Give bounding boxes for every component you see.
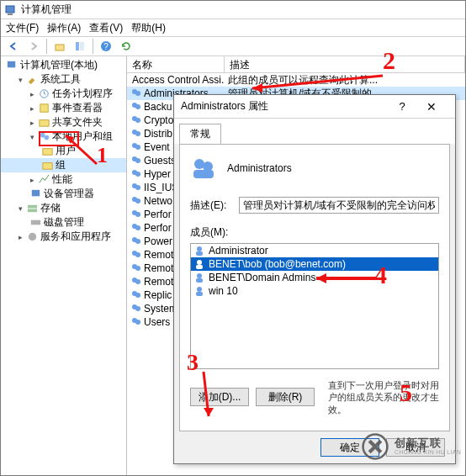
svg-rect-68 [196, 292, 203, 296]
menubar: 文件(F) 操作(A) 查看(V) 帮助(H) [1, 19, 465, 36]
svg-point-53 [135, 293, 140, 298]
watermark-logo-icon [361, 432, 389, 461]
svg-point-23 [135, 91, 140, 96]
list-header: 名称 描述 [127, 56, 465, 73]
svg-point-29 [135, 131, 140, 136]
properties-dialog: Administrators 属性 ? ✕ 常规 Administrators … [173, 94, 456, 464]
list-row[interactable]: Access Control Assi...此组的成员可以远程查询此计算... [127, 73, 465, 87]
svg-point-41 [135, 212, 140, 217]
refresh-button[interactable] [117, 38, 135, 55]
dialog-title: Administrators 属性 [181, 99, 268, 114]
svg-point-45 [135, 239, 140, 244]
svg-point-31 [135, 145, 140, 150]
dialog-help-button[interactable]: ? [389, 100, 415, 113]
svg-rect-66 [196, 278, 203, 283]
description-field[interactable] [239, 197, 439, 214]
svg-rect-60 [193, 170, 214, 178]
forward-button[interactable] [24, 38, 43, 55]
member-row[interactable]: BENET\bob (bob@benet.com) [191, 257, 438, 271]
up-button[interactable] [50, 38, 69, 55]
svg-text:?: ? [103, 42, 109, 51]
svg-point-35 [135, 172, 140, 177]
membership-hint: 直到下一次用户登录时对用户的组成员关系的更改才生效。 [328, 379, 439, 415]
tree-disk-management[interactable]: 磁盘管理 [1, 215, 126, 230]
group-icon [190, 155, 217, 182]
tree-pane: 计算机管理(本地) ▾系统工具 ▸任务计划程序 ▸事件查看器 ▸共享文件夹 ▾本… [1, 56, 127, 475]
svg-rect-9 [40, 104, 48, 112]
watermark-en: CHUANG XIN HU LIAN [395, 449, 461, 456]
col-desc[interactable]: 描述 [225, 56, 465, 72]
toolbar: ? [1, 36, 465, 56]
members-label: 成员(M): [190, 225, 439, 240]
svg-point-57 [135, 320, 140, 325]
svg-rect-7 [8, 61, 15, 68]
svg-rect-4 [80, 42, 84, 50]
remove-button[interactable]: 删除(R) [256, 388, 315, 406]
col-name[interactable]: 名称 [127, 56, 225, 72]
close-icon[interactable]: ✕ [415, 100, 448, 114]
svg-point-39 [135, 198, 140, 204]
member-row[interactable]: win 10 [191, 284, 438, 298]
svg-point-43 [135, 225, 140, 230]
show-hide-button[interactable] [71, 38, 89, 55]
svg-point-65 [197, 273, 202, 278]
svg-rect-14 [43, 163, 52, 170]
group-name: Administrators [227, 162, 292, 174]
svg-rect-2 [56, 45, 64, 50]
svg-point-49 [135, 266, 140, 271]
tree-system-tools[interactable]: ▾系统工具 [1, 72, 126, 87]
svg-point-27 [135, 118, 140, 123]
members-listbox[interactable]: AdministratorBENET\bob (bob@benet.com)BE… [190, 243, 439, 369]
svg-rect-10 [40, 120, 49, 127]
svg-point-19 [29, 233, 36, 241]
desc-label: 描述(E): [190, 198, 232, 213]
svg-rect-3 [76, 42, 79, 50]
svg-rect-16 [28, 205, 37, 209]
help-button[interactable]: ? [97, 38, 115, 55]
member-row[interactable]: Administrator [191, 244, 438, 257]
tree-root[interactable]: 计算机管理(本地) [1, 58, 126, 72]
svg-point-25 [135, 104, 140, 109]
dialog-titlebar: Administrators 属性 ? ✕ [174, 95, 455, 119]
titlebar: 计算机管理 [1, 1, 465, 19]
add-button[interactable]: 添加(D)... [190, 388, 249, 406]
watermark-cn: 创新互联 [395, 437, 461, 449]
svg-point-11 [40, 133, 45, 138]
menu-help[interactable]: 帮助(H) [131, 21, 166, 35]
menu-action[interactable]: 操作(A) [47, 21, 81, 35]
app-icon [4, 3, 18, 17]
tree-groups[interactable]: 组 [1, 158, 126, 172]
svg-point-12 [45, 135, 50, 140]
svg-rect-64 [196, 265, 203, 269]
svg-point-51 [135, 279, 140, 284]
svg-rect-18 [31, 220, 40, 225]
tree-task-scheduler[interactable]: ▸任务计划程序 [1, 87, 126, 101]
tree-users[interactable]: 用户 [1, 144, 126, 158]
svg-rect-17 [28, 209, 37, 212]
tree-event-viewer[interactable]: ▸事件查看器 [1, 101, 126, 115]
window-title: 计算机管理 [21, 3, 71, 17]
svg-rect-1 [8, 13, 13, 15]
menu-view[interactable]: 查看(V) [89, 21, 123, 35]
watermark: 创新互联 CHUANG XIN HU LIAN [361, 432, 461, 461]
tree-performance[interactable]: ▸性能 [1, 172, 126, 187]
svg-rect-0 [6, 6, 14, 13]
svg-point-63 [197, 260, 202, 265]
tabstrip: 常规 [174, 119, 455, 144]
svg-point-67 [197, 287, 202, 292]
member-row[interactable]: BENET\Domain Admins [191, 271, 438, 284]
tree-device-manager[interactable]: 设备管理器 [1, 187, 126, 201]
svg-point-33 [135, 158, 140, 163]
tree-local-users-groups[interactable]: ▾本地用户和组 [1, 130, 126, 144]
svg-point-47 [135, 252, 140, 257]
menu-file[interactable]: 文件(F) [6, 21, 39, 35]
svg-rect-13 [43, 149, 52, 156]
svg-rect-62 [196, 251, 203, 256]
tree-storage[interactable]: ▾存储 [1, 201, 126, 215]
svg-point-55 [135, 306, 140, 311]
tree-shared-folders[interactable]: ▸共享文件夹 [1, 115, 126, 130]
svg-point-61 [197, 246, 202, 251]
tree-services-apps[interactable]: ▸服务和应用程序 [1, 230, 126, 244]
tab-general[interactable]: 常规 [179, 124, 221, 144]
back-button[interactable] [4, 38, 23, 55]
